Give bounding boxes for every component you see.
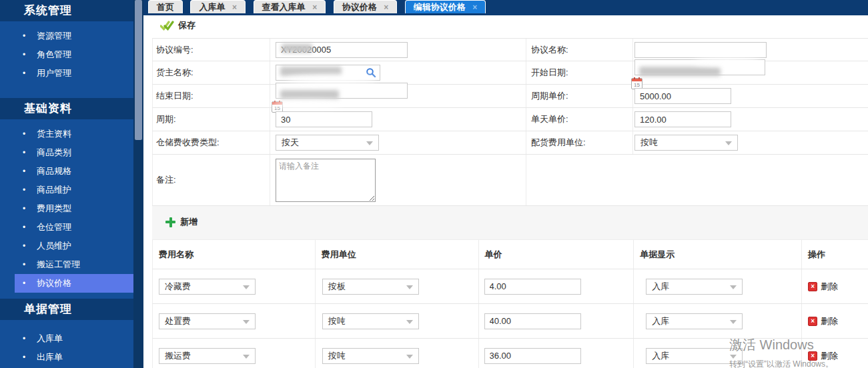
bullet-icon: • bbox=[23, 162, 25, 181]
redaction-smear bbox=[269, 100, 342, 108]
close-icon[interactable]: × bbox=[472, 3, 477, 12]
doc-display-select[interactable]: 入库 bbox=[646, 279, 743, 295]
delete-button[interactable]: × 删除 bbox=[808, 350, 838, 362]
sidebar-section-system: 系统管理 bbox=[0, 0, 133, 21]
fee-name-select[interactable]: 搬运费 bbox=[159, 348, 256, 364]
bullet-icon: • bbox=[23, 125, 25, 143]
sidebar-item-fee-type[interactable]: • 费用类型 bbox=[0, 199, 133, 218]
field-label-remark: 备注: bbox=[153, 155, 270, 205]
bullet-icon: • bbox=[23, 218, 25, 237]
bullet-icon: • bbox=[23, 329, 25, 348]
sidebar-item-agreement-price[interactable]: • 协议价格 bbox=[0, 274, 133, 293]
field-label-end-date: 结束日期: bbox=[153, 85, 270, 107]
agreement-name-input[interactable] bbox=[634, 42, 767, 58]
bullet-icon: • bbox=[23, 45, 25, 64]
fee-unit-select[interactable]: 按吨 bbox=[322, 348, 419, 364]
add-fee-button[interactable]: 新增 bbox=[165, 216, 197, 228]
agreement-form: 协议编号: 协议名称: 货主名称: bbox=[143, 38, 868, 206]
delete-button[interactable]: × 删除 bbox=[808, 281, 838, 293]
sidebar-item-goods-category[interactable]: • 商品类别 bbox=[0, 143, 133, 162]
fee-name-select[interactable]: 冷藏费 bbox=[159, 279, 256, 295]
doc-display-select[interactable]: 入库 bbox=[646, 313, 743, 329]
app-window: 系统管理 • 资源管理 • 角色管理 • 用户管理 基础资料 • 货主资料 • … bbox=[0, 0, 868, 368]
plus-icon bbox=[165, 217, 175, 227]
sidebar-item-user-mgmt[interactable]: • 用户管理 bbox=[0, 64, 133, 83]
fee-toolbar-band: 新增 bbox=[152, 206, 868, 240]
sidebar-item-porter-mgmt[interactable]: • 搬运工管理 bbox=[0, 255, 133, 274]
fee-name-select[interactable]: 处置费 bbox=[159, 313, 256, 329]
price-input[interactable] bbox=[484, 313, 581, 329]
main-content: 首页 入库单 × 查看入库单 × 协议价格 × 编辑协议价格 × bbox=[143, 0, 868, 368]
sidebar-item-resource-mgmt[interactable]: • 资源管理 bbox=[0, 27, 133, 45]
close-icon[interactable]: × bbox=[232, 3, 237, 12]
sidebar-item-role-mgmt[interactable]: • 角色管理 bbox=[0, 45, 133, 64]
sidebar-section-doc-mgmt: 单据管理 bbox=[0, 299, 133, 320]
cycle-price-input[interactable] bbox=[634, 88, 731, 104]
redaction-smear bbox=[287, 75, 377, 84]
delete-x-icon: × bbox=[808, 317, 817, 326]
tab-agreement-price[interactable]: 协议价格 × bbox=[334, 0, 398, 13]
field-label-delivery-fee-unit: 配货费用单位: bbox=[526, 131, 633, 154]
col-header-fee-name: 费用名称 bbox=[153, 240, 316, 269]
bullet-icon: • bbox=[23, 143, 25, 162]
close-icon[interactable]: × bbox=[384, 3, 388, 12]
fee-table-header: 费用名称 费用单位 单价 单据显示 操作 bbox=[152, 240, 868, 269]
field-label-cycle: 周期: bbox=[153, 108, 270, 131]
bullet-icon: • bbox=[23, 27, 25, 45]
delete-x-icon: × bbox=[808, 351, 817, 361]
bullet-icon: • bbox=[23, 348, 25, 367]
sidebar-item-bin-mgmt[interactable]: • 仓位管理 bbox=[0, 218, 133, 237]
fee-unit-select[interactable]: 按板 bbox=[322, 279, 419, 295]
price-input[interactable] bbox=[484, 279, 581, 295]
redacted-blur bbox=[639, 67, 721, 76]
field-label-agreement-no: 协议编号: bbox=[153, 39, 270, 61]
delete-button[interactable]: × 删除 bbox=[808, 315, 838, 327]
bullet-icon: • bbox=[23, 237, 25, 255]
redacted-blur bbox=[280, 90, 339, 99]
day-price-input[interactable] bbox=[634, 111, 731, 127]
field-label-day-price: 单天单价: bbox=[526, 108, 633, 131]
col-header-doc-display: 单据显示 bbox=[634, 240, 802, 269]
doc-display-select[interactable]: 入库 bbox=[646, 348, 743, 364]
storage-fee-type-select[interactable]: 按天 bbox=[276, 135, 379, 151]
redacted-blur bbox=[282, 44, 312, 53]
field-label-agreement-name: 协议名称: bbox=[526, 39, 633, 61]
fee-table: 费用名称 费用单位 单价 单据显示 操作 冷藏费 按板 入库 × 删除 bbox=[152, 240, 868, 368]
tab-view-inbound-order[interactable]: 查看入库单 × bbox=[254, 0, 326, 13]
col-header-price: 单价 bbox=[479, 240, 634, 269]
bullet-icon: • bbox=[23, 199, 25, 218]
bullet-icon: • bbox=[23, 274, 25, 293]
tab-edit-agreement-price[interactable]: 编辑协议价格 × bbox=[405, 0, 486, 13]
vertical-scrollbar[interactable] bbox=[133, 0, 143, 368]
sidebar-item-inbound-order[interactable]: • 入库单 bbox=[0, 329, 133, 348]
sidebar-item-owner-data[interactable]: • 货主资料 bbox=[0, 125, 133, 143]
col-header-actions: 操作 bbox=[802, 240, 868, 269]
close-icon[interactable]: × bbox=[312, 3, 317, 12]
field-label-owner-name: 货主名称: bbox=[153, 61, 270, 84]
sidebar-item-personnel[interactable]: • 人员维护 bbox=[0, 237, 133, 255]
delete-x-icon: × bbox=[808, 282, 817, 291]
sidebar-item-outbound-order[interactable]: • 出库单 bbox=[0, 348, 133, 367]
sidebar: 系统管理 • 资源管理 • 角色管理 • 用户管理 基础资料 • 货主资料 • … bbox=[0, 0, 133, 368]
remark-textarea[interactable] bbox=[276, 159, 376, 202]
fee-table-row: 冷藏费 按板 入库 × 删除 bbox=[152, 269, 868, 304]
cycle-input[interactable] bbox=[276, 111, 372, 127]
field-label-storage-fee-type: 仓储费收费类型: bbox=[153, 131, 270, 154]
delivery-fee-unit-select[interactable]: 按吨 bbox=[634, 135, 738, 151]
redaction-smear bbox=[694, 57, 761, 66]
save-button[interactable]: 保存 bbox=[160, 19, 195, 31]
fee-unit-select[interactable]: 按吨 bbox=[322, 313, 419, 329]
toolbar: 保存 bbox=[143, 15, 868, 38]
fee-table-row: 搬运费 按吨 入库 × 删除 bbox=[152, 339, 868, 368]
tab-inbound-order[interactable]: 入库单 × bbox=[190, 0, 246, 13]
col-header-fee-unit: 费用单位 bbox=[316, 240, 479, 269]
fee-table-row: 处置费 按吨 入库 × 删除 bbox=[152, 304, 868, 339]
sidebar-item-goods-spec[interactable]: • 商品规格 bbox=[0, 162, 133, 181]
bullet-icon: • bbox=[23, 255, 25, 274]
bullet-icon: • bbox=[23, 181, 25, 199]
tab-home[interactable]: 首页 bbox=[148, 0, 183, 13]
scrollbar-thumb[interactable] bbox=[135, 0, 142, 140]
price-input[interactable] bbox=[484, 348, 581, 364]
sidebar-item-goods-maintain[interactable]: • 商品维护 bbox=[0, 181, 133, 199]
field-label-start-date: 开始日期: bbox=[526, 61, 633, 84]
